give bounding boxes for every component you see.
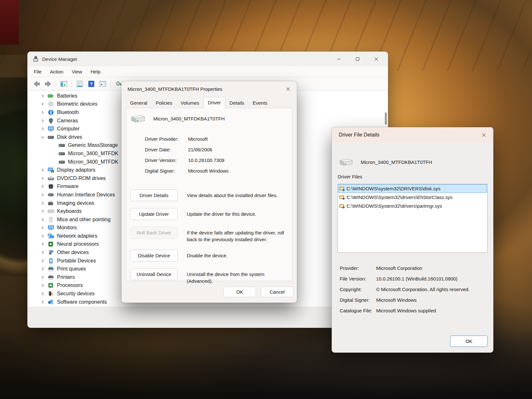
tab-events[interactable]: Events xyxy=(248,98,271,108)
properties-icon[interactable] xyxy=(74,79,85,89)
tree-item-label: Computer xyxy=(57,126,80,132)
menu-view[interactable]: View xyxy=(69,68,85,76)
help-icon[interactable]: ? xyxy=(85,79,97,89)
detail-label: File Version: xyxy=(340,276,376,282)
driver-info: Driver Provider:MicrosoftDriver Date:21/… xyxy=(145,136,229,178)
chevron-right-icon[interactable] xyxy=(40,291,45,296)
forward-icon[interactable] xyxy=(42,79,54,89)
cancel-button[interactable]: Cancel xyxy=(261,287,293,297)
chevron-right-icon[interactable] xyxy=(40,118,45,123)
tab-general[interactable]: General xyxy=(126,98,151,108)
driver-file-icon xyxy=(339,195,345,200)
detail-row: Digital Signer:Microsoft Windows xyxy=(340,297,470,303)
chevron-right-icon[interactable] xyxy=(40,233,45,239)
driver-file-row[interactable]: C:\WINDOWS\system32\DRIVERS\disk.sys xyxy=(338,184,487,193)
info-label: Driver Version: xyxy=(145,157,188,163)
tree-item-label: Cameras xyxy=(57,118,78,124)
tab-policies[interactable]: Policies xyxy=(151,98,176,108)
uninstall-device-button[interactable]: Uninstall Device xyxy=(130,268,178,280)
minimize-button[interactable] xyxy=(329,52,348,66)
chevron-right-icon[interactable] xyxy=(40,275,45,280)
tree-item-label: Mice and other pointing xyxy=(57,217,110,223)
menu-file[interactable]: File xyxy=(31,68,45,76)
toolbar-separator xyxy=(71,80,72,88)
driver-tab-page: Micron_3400_MTFDKBA1T0TFH Driver Provide… xyxy=(126,108,292,281)
keyboard-icon xyxy=(48,208,54,214)
firmware-icon xyxy=(48,184,54,189)
driver-file-path: C:\WINDOWS\System32\drivers\EhStorClass.… xyxy=(347,195,452,200)
chevron-right-icon[interactable] xyxy=(40,126,45,131)
menu-action[interactable]: Action xyxy=(47,68,67,76)
chevron-right-icon[interactable] xyxy=(40,93,45,99)
window-title: Device Manager xyxy=(42,56,77,62)
driver-file-row[interactable]: C:\WINDOWS\System32\drivers\partmgr.sys xyxy=(338,202,487,210)
close-button[interactable] xyxy=(367,52,385,66)
chevron-right-icon[interactable] xyxy=(40,209,45,214)
action-pane-icon[interactable] xyxy=(97,79,109,89)
other-icon: ? xyxy=(48,250,54,255)
driver-files-list: C:\WINDOWS\system32\DRIVERS\disk.sysC:\W… xyxy=(337,184,488,253)
chevron-right-icon[interactable] xyxy=(40,110,45,115)
driver-details-button[interactable]: Driver Details xyxy=(130,189,178,201)
tab-volumes[interactable]: Volumes xyxy=(176,98,204,108)
details-close-button[interactable] xyxy=(478,129,489,140)
properties-close-button[interactable] xyxy=(282,83,294,94)
chevron-right-icon[interactable] xyxy=(40,225,45,230)
chevron-right-icon[interactable] xyxy=(40,176,45,181)
properties-dialog-titlebar[interactable]: Micron_3400_MTFDKBA1T0TFH Properties xyxy=(121,81,297,97)
detail-row: File Version:10.0.26100.1 (WinBuild.1601… xyxy=(340,276,470,282)
chevron-right-icon[interactable] xyxy=(40,184,45,189)
info-row: Driver Provider:Microsoft xyxy=(145,136,229,142)
tree-item-label: Generic MassStorage xyxy=(68,142,118,148)
chevron-right-icon[interactable] xyxy=(40,167,45,173)
action-description: Uninstall the device from the system (Ad… xyxy=(187,268,290,284)
ok-button[interactable]: OK xyxy=(450,336,488,347)
printqueue-icon xyxy=(48,266,54,272)
maximize-button[interactable] xyxy=(348,52,367,66)
scrollbar-thumb[interactable] xyxy=(385,112,387,125)
chevron-right-icon[interactable] xyxy=(40,201,45,206)
device-manager-titlebar[interactable]: Device Manager xyxy=(27,52,388,66)
chevron-right-icon[interactable] xyxy=(40,101,45,107)
driver-file-path: C:\WINDOWS\system32\DRIVERS\disk.sys xyxy=(347,186,441,191)
chevron-right-icon[interactable] xyxy=(40,299,45,305)
menu-help[interactable]: Help xyxy=(87,68,104,76)
chevron-right-icon[interactable] xyxy=(40,266,45,271)
driver-file-details-titlebar[interactable]: Driver File Details xyxy=(332,127,493,143)
wallpaper-maroon-block xyxy=(0,0,19,44)
dvd-icon xyxy=(48,176,54,181)
disk-icon xyxy=(59,159,65,165)
chevron-right-icon[interactable] xyxy=(40,242,45,247)
details-footer: OK xyxy=(450,336,488,347)
info-row: Digital Signer:Microsoft Windows xyxy=(145,168,229,174)
bluetooth-icon xyxy=(48,109,54,115)
detail-row: Catalogue File:Microsoft Windows supplie… xyxy=(340,308,470,314)
tree-item-label: Disk drives xyxy=(57,134,82,140)
chevron-right-icon[interactable] xyxy=(40,250,45,255)
disable-device-button[interactable]: Disable Device xyxy=(130,250,178,261)
tree-item-label: Firmware xyxy=(57,184,79,189)
svg-text:?: ? xyxy=(52,250,53,252)
ok-button[interactable]: OK xyxy=(223,287,256,297)
detail-row: Provider:Microsoft Corporation xyxy=(340,265,470,271)
tab-details[interactable]: Details xyxy=(225,98,249,108)
chevron-right-icon[interactable] xyxy=(40,258,45,263)
tab-driver[interactable]: Driver xyxy=(204,97,225,108)
tree-item-label: Human Interface Devices xyxy=(57,192,115,198)
roll-back-driver-button[interactable]: Roll Back Driver xyxy=(130,227,178,239)
chevron-right-icon[interactable] xyxy=(40,217,45,222)
device-name: Micron_3400_MTFDKBA1T0TFH xyxy=(361,159,432,165)
chevron-right-icon[interactable] xyxy=(40,192,45,197)
info-label: Driver Date: xyxy=(145,147,188,153)
action-description: Update the driver for this device. xyxy=(187,208,290,217)
display-icon xyxy=(48,167,54,173)
detail-value: © Microsoft Corporation. All rights rese… xyxy=(376,286,470,292)
console-tree-icon[interactable] xyxy=(58,79,70,89)
driver-file-row[interactable]: C:\WINDOWS\System32\drivers\EhStorClass.… xyxy=(338,193,487,202)
network-icon xyxy=(48,233,54,239)
back-icon[interactable] xyxy=(31,79,42,89)
update-driver-button[interactable]: Update Driver xyxy=(130,208,178,220)
chevron-down-icon[interactable] xyxy=(40,135,45,140)
action-description: View details about the installed driver … xyxy=(187,189,290,199)
chevron-right-icon[interactable] xyxy=(40,283,45,288)
